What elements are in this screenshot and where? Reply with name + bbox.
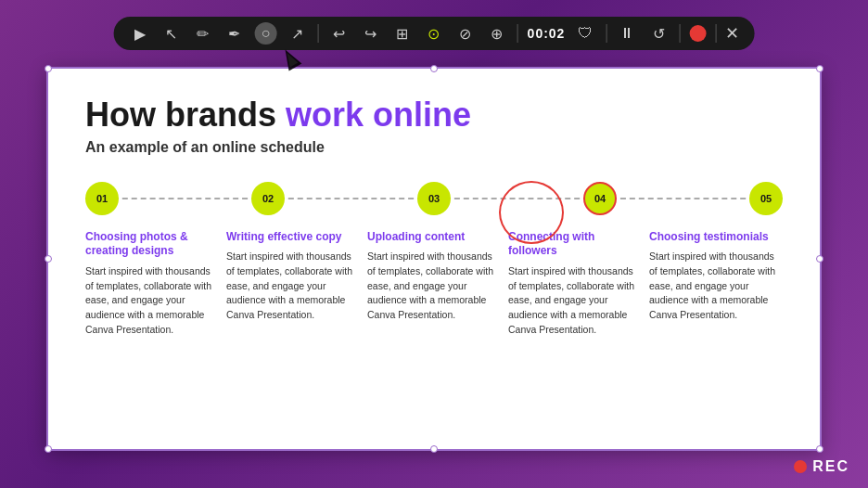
toolbar: ▶ ↖ ✏ ✒ ○ ↗ ↩ ↪ ⊞ ⊙ ⊘ ⊕ 00:02 🛡 ⏸ ↺ ✕ [114,17,755,50]
rec-dot [794,460,807,473]
divider-1 [318,24,319,43]
present-icon[interactable]: ⊙ [423,22,445,45]
pen-icon[interactable]: ✒ [223,22,246,45]
refresh-icon[interactable]: ↺ [647,22,670,45]
handle-bm[interactable] [430,445,438,453]
step-heading-2: Writing effective copy [226,230,360,245]
step-dot-1: 01 [85,182,119,215]
handle-br[interactable] [816,445,823,453]
play-icon[interactable]: ▶ [129,22,151,45]
handle-ml[interactable] [45,255,52,263]
undo-icon[interactable]: ↩ [328,22,351,45]
step-body-1: Start inspired with thousands of templat… [85,264,219,338]
step-body-3: Start inspired with thousands of templat… [367,250,501,323]
step-dot-3: 03 [417,182,451,215]
slide-subtitle: An example of an online schedule [85,139,783,156]
arrow-icon[interactable]: ↗ [287,22,309,45]
record-button[interactable] [689,25,706,42]
pause-icon[interactable]: ⏸ [616,22,638,45]
handle-tm[interactable] [430,65,438,72]
slide-container: How brands work online An example of an … [46,67,822,451]
pencil-icon[interactable]: ✏ [192,22,214,45]
rec-badge: REC [794,458,849,475]
step-heading-3: Uploading content [367,230,501,245]
handle-tl[interactable] [45,65,52,72]
circle-tool-icon[interactable]: ○ [255,22,277,45]
timer-display: 00:02 [528,26,566,41]
slide-title: How brands work online [85,96,783,134]
divider-5 [715,24,716,43]
timeline-steps: 01 02 03 04 05 [85,182,783,215]
title-black: How brands [85,96,276,134]
step-col-1: Choosing photos & creating designs Start… [85,230,219,338]
redo-icon[interactable]: ↪ [360,22,382,45]
divider-3 [606,24,606,43]
steps-content: Choosing photos & creating designs Start… [85,230,783,338]
step-dot-2: 02 [251,182,285,215]
divider-4 [679,24,680,43]
step-col-5: Choosing testimonials Start inspired wit… [649,230,783,338]
step-body-5: Start inspired with thousands of templat… [649,250,783,323]
divider-2 [517,24,518,43]
step-col-3: Uploading content Start inspired with th… [367,230,501,338]
handle-mr[interactable] [816,255,823,263]
step-heading-4: Connecting with followers [508,230,642,259]
shield-icon[interactable]: 🛡 [574,22,596,45]
close-button[interactable]: ✕ [725,23,739,44]
step-heading-1: Choosing photos & creating designs [85,230,219,259]
step-heading-5: Choosing testimonials [649,230,783,245]
step-col-4: Connecting with followers Start inspired… [508,230,642,338]
step-body-2: Start inspired with thousands of templat… [226,250,360,323]
timeline-row: 01 02 03 04 05 [85,182,783,215]
grid-icon[interactable]: ⊞ [391,22,414,45]
handle-tr[interactable] [816,65,823,72]
step-body-4: Start inspired with thousands of templat… [508,264,642,338]
handle-bl[interactable] [45,445,52,453]
rec-label: REC [812,458,849,475]
cursor-icon[interactable]: ↖ [160,22,183,45]
step-dot-5: 05 [749,182,783,215]
title-accent: work online [286,96,471,134]
plus-icon[interactable]: ⊕ [486,22,508,45]
block-icon[interactable]: ⊘ [454,22,477,45]
step-dot-4: 04 [583,182,617,215]
step-col-2: Writing effective copy Start inspired wi… [226,230,360,338]
